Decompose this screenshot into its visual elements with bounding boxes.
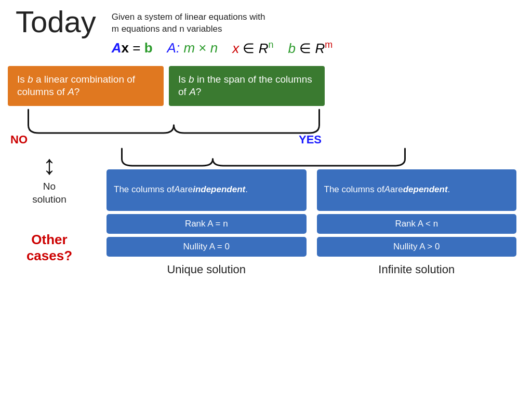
bracket-svg (8, 107, 516, 141)
math-m: m × n (183, 40, 218, 56)
nullity-a-greater-0: Nullity A > 0 (317, 237, 517, 257)
header: Today Given a system of linear equations… (0, 0, 532, 57)
unique-solution-label: Unique solution (107, 263, 307, 276)
sub-bracket-svg (96, 146, 516, 169)
question-box-1: Is b a linear combination of columns of … (8, 66, 164, 106)
math-A-colon: A: (167, 40, 180, 56)
main-content: ↕ Nosolution Other cases? The columns of… (8, 146, 516, 276)
no-label: NO (10, 133, 28, 147)
math-R2: R (315, 41, 325, 56)
math-in2: ∈ (299, 41, 315, 56)
up-down-arrow: ↕ (43, 151, 56, 178)
math-m-sup: m (325, 39, 332, 50)
rank-a-less-n: Rank A < n (317, 214, 517, 234)
question-row: Is b a linear combination of columns of … (8, 66, 516, 106)
math-x-var: x (232, 41, 239, 56)
dependent-col: The columns of A are dependent. Rank A <… (317, 169, 517, 276)
no-solution-text: Nosolution (32, 180, 66, 206)
yes-cols: The columns of A are independent. Rank A… (107, 169, 516, 276)
math-A: A (112, 40, 122, 56)
header-right: Given a system of linear equations with … (112, 9, 332, 57)
rank-a-equals-n: Rank A = n (107, 214, 307, 234)
math-n-sup: n (268, 39, 273, 50)
math-in1: ∈ (243, 41, 258, 56)
math-x-vec: x (122, 40, 129, 56)
math-R1: R (259, 41, 269, 56)
independent-header: The columns of A are independent. (107, 169, 307, 211)
independent-col: The columns of A are independent. Rank A… (107, 169, 307, 276)
header-description: Given a system of linear equations with … (112, 11, 332, 35)
question-box-2: Is b in the span of the columns of A? (169, 66, 325, 106)
dependent-header: The columns of A are dependent. (317, 169, 517, 211)
yes-label: YES (299, 133, 322, 147)
today-label: Today (16, 7, 96, 37)
infinite-solution-label: Infinite solution (317, 263, 517, 276)
math-equals: = (132, 40, 144, 56)
math-b-var: b (288, 41, 295, 56)
other-cases-label: Other cases? (8, 232, 91, 264)
no-solution-col: ↕ Nosolution Other cases? (8, 146, 91, 264)
nullity-a-equals-0: Nullity A = 0 (107, 237, 307, 257)
math-b-bold: b (144, 40, 153, 56)
math-formula: Ax = b A: m × n x ∈ Rn b ∈ Rm (112, 39, 332, 57)
